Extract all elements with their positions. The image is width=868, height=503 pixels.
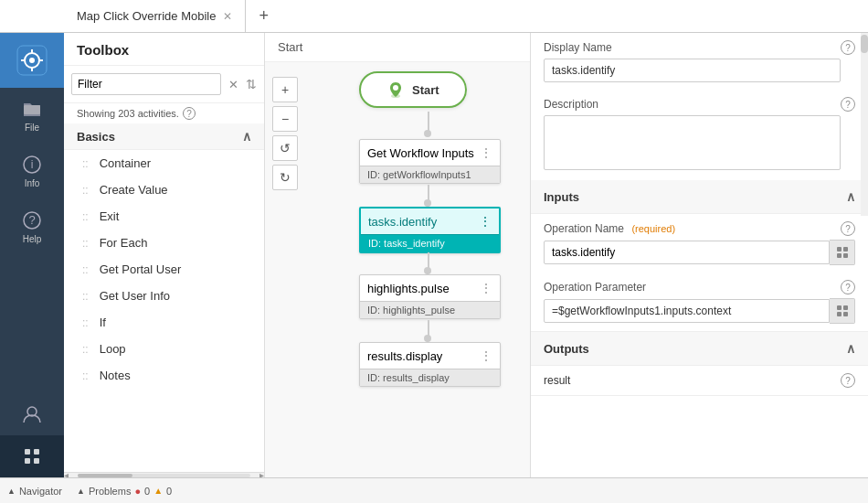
operation-param-label: Operation Parameter ?	[544, 280, 855, 294]
canvas-add-button[interactable]: +	[272, 77, 298, 102]
node-menu-icon[interactable]: ⋮	[480, 145, 492, 160]
problems-button[interactable]: ▲ Problems ● 0 ▲ 0	[77, 486, 172, 497]
node-menu-icon[interactable]: ⋮	[480, 348, 492, 363]
drag-handle: ::	[82, 210, 89, 223]
svg-rect-15	[25, 458, 30, 464]
display-name-input[interactable]	[544, 59, 841, 82]
warning-count: 0	[166, 486, 172, 497]
description-help-icon[interactable]: ?	[841, 97, 855, 112]
basics-section-header[interactable]: Basics ∧	[64, 123, 264, 150]
description-field: Description ?	[531, 90, 868, 180]
list-item[interactable]: ::Get Portal User	[64, 256, 264, 283]
section-collapse-icon[interactable]: ∧	[242, 129, 251, 144]
toolbox-count: Showing 203 activities. ?	[64, 103, 264, 123]
inputs-collapse-icon[interactable]: ∧	[846, 189, 855, 204]
svg-rect-19	[837, 247, 842, 252]
svg-rect-13	[25, 449, 30, 455]
tab-close-icon[interactable]: ✕	[223, 10, 232, 23]
list-item[interactable]: ::Exit	[64, 203, 264, 230]
sidebar-item-help[interactable]: ? Help	[0, 199, 64, 255]
help-icon: ?	[22, 210, 42, 230]
filter-input[interactable]	[71, 73, 221, 95]
toolbox-title: Toolbox	[64, 33, 264, 66]
sidebar-item-user[interactable]	[0, 393, 64, 435]
svg-text:i: i	[31, 158, 34, 171]
bottom-bar: ▲ Navigator ▲ Problems ● 0 ▲ 0	[0, 477, 868, 503]
start-node[interactable]: Start	[359, 71, 467, 108]
display-name-help-icon[interactable]: ?	[841, 40, 855, 55]
canvas-undo-button[interactable]: ↺	[272, 135, 298, 161]
node-label: tasks.identify	[368, 215, 437, 229]
highlights-pulse-node[interactable]: highlights.pulse ⋮ ID: highlights_pulse	[359, 274, 501, 319]
filter-arrows-icon[interactable]: ⇅	[246, 77, 257, 91]
list-item[interactable]: ::Get User Info	[64, 283, 264, 309]
inputs-section-header[interactable]: Inputs ∧	[531, 180, 868, 214]
outputs-collapse-icon[interactable]: ∧	[846, 341, 855, 356]
svg-rect-20	[843, 247, 848, 252]
active-tab[interactable]: Map Click Override Mobile ✕	[64, 0, 246, 32]
operation-param-picker-button[interactable]	[830, 298, 855, 324]
node-label: highlights.pulse	[367, 282, 450, 295]
get-workflow-inputs-node[interactable]: Get Workflow Inputs ⋮ ID: getWorkflowInp…	[359, 139, 501, 184]
list-item[interactable]: ::Create Value	[64, 177, 264, 203]
list-item[interactable]: ::Loop	[64, 336, 264, 362]
operation-param-help-icon[interactable]: ?	[841, 280, 855, 294]
toolbox-filter-row: ✕ ⇅	[64, 66, 264, 103]
add-tab-button[interactable]: +	[246, 6, 281, 26]
operation-name-input-group	[544, 240, 855, 265]
svg-rect-16	[34, 458, 39, 464]
output-result-help-icon[interactable]: ?	[841, 373, 855, 388]
folder-icon	[22, 99, 42, 119]
description-textarea[interactable]	[544, 115, 841, 170]
tasks-identify-node[interactable]: tasks.identify ⋮ ID: tasks_identify	[359, 207, 501, 253]
info-icon: i	[22, 155, 42, 175]
sidebar-item-info[interactable]: i Info	[0, 144, 64, 199]
operation-name-picker-button[interactable]	[830, 240, 855, 265]
drag-handle: ::	[82, 369, 89, 382]
operation-name-required: (required)	[631, 223, 675, 234]
inputs-section: Inputs ∧ Operation Name (required) ?	[531, 180, 868, 332]
drag-handle: ::	[82, 184, 89, 197]
sidebar-item-file[interactable]: File	[0, 88, 64, 144]
picker-icon	[836, 246, 849, 259]
sidebar-item-info-label: Info	[25, 178, 40, 188]
operation-name-field: Operation Name (required) ?	[531, 214, 868, 273]
operation-param-input-group	[544, 298, 855, 324]
list-item[interactable]: ::For Each	[64, 230, 264, 256]
operation-name-input[interactable]	[544, 241, 830, 264]
svg-rect-23	[837, 305, 842, 310]
list-item[interactable]: ::Notes	[64, 362, 264, 389]
scroll-left-icon[interactable]: ◂	[64, 470, 69, 477]
navigator-button[interactable]: ▲ Navigator	[7, 486, 62, 497]
node-label: results.display	[367, 349, 442, 363]
node-menu-icon[interactable]: ⋮	[479, 214, 492, 229]
display-name-label: Display Name ?	[544, 40, 855, 55]
app-logo	[0, 33, 64, 88]
filter-clear-icon[interactable]: ✕	[225, 76, 242, 93]
grid-icon-button[interactable]	[0, 435, 64, 477]
scroll-right-icon[interactable]: ▸	[259, 470, 264, 477]
canvas-zoom-out-button[interactable]: −	[272, 106, 298, 132]
svg-rect-21	[837, 253, 842, 258]
error-count: 0	[144, 486, 150, 497]
svg-rect-25	[837, 312, 842, 316]
drag-handle: ::	[82, 263, 89, 276]
node-menu-icon[interactable]: ⋮	[480, 281, 492, 295]
list-item[interactable]: ::If	[64, 309, 264, 336]
display-name-field: Display Name ?	[531, 33, 868, 90]
node-id: ID: highlights_pulse	[367, 305, 455, 316]
node-label: Get Workflow Inputs	[367, 146, 474, 160]
toolbox-panel: Toolbox ✕ ⇅ Showing 203 activities. ? Ba…	[64, 33, 265, 477]
operation-param-input[interactable]	[544, 299, 830, 323]
operation-name-help-icon[interactable]: ?	[841, 221, 855, 236]
error-icon: ●	[134, 486, 141, 497]
outputs-section-header[interactable]: Outputs ∧	[531, 332, 868, 366]
node-id: ID: results_display	[367, 372, 450, 383]
svg-rect-22	[843, 253, 848, 258]
start-label: Start	[412, 83, 439, 97]
list-item[interactable]: ::Container	[64, 150, 264, 177]
results-display-node[interactable]: results.display ⋮ ID: results_display	[359, 342, 501, 387]
svg-rect-24	[843, 305, 848, 310]
count-help-icon[interactable]: ?	[183, 107, 196, 120]
canvas-redo-button[interactable]: ↻	[272, 165, 298, 190]
